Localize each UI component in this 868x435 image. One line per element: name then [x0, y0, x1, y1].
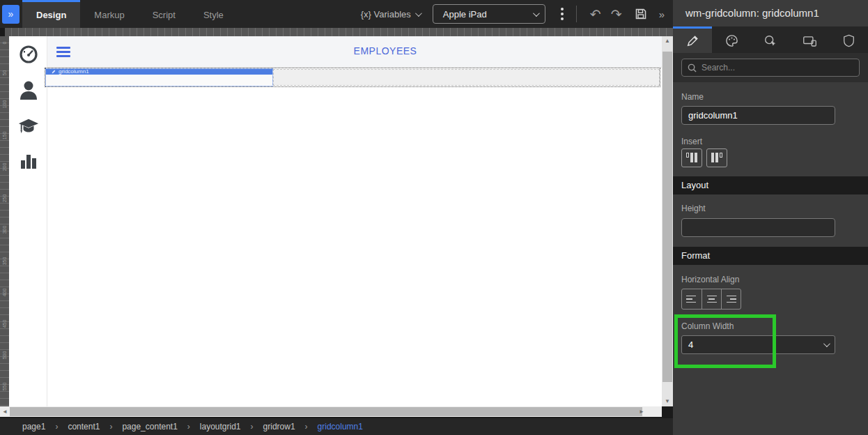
app-left-nav	[9, 36, 47, 406]
chevron-down-icon	[533, 10, 540, 17]
properties-panel: wm-gridcolumn: gridcolumn1 Search... Nam…	[673, 0, 868, 435]
insert-column-before-icon	[686, 153, 689, 158]
page-title: EMPLOYEES	[354, 45, 417, 56]
panel-search-band: Search...	[673, 53, 868, 82]
selected-widget-label: gridcolumn1	[59, 69, 89, 75]
redo-icon[interactable]: ↷	[611, 8, 622, 21]
breadcrumb-separator: ›	[251, 422, 254, 432]
breadcrumb-separator: ›	[109, 422, 112, 432]
tab-style[interactable]: Style	[189, 0, 238, 28]
hamburger-menu-icon[interactable]	[56, 47, 70, 57]
tab-properties-pencil-icon[interactable]	[673, 26, 712, 53]
ruler-label: 200	[2, 161, 7, 174]
breadcrumb-separator: ›	[55, 422, 58, 432]
undo-icon[interactable]: ↶	[590, 8, 601, 21]
format-section-header: Format	[673, 247, 868, 265]
align-left-button[interactable]	[682, 289, 702, 309]
column-width-select[interactable]: 4	[681, 335, 835, 354]
ruler-label: 100	[2, 98, 7, 111]
layoutgrid-row-widget[interactable]: gridcolumn1	[45, 68, 660, 87]
more-options-icon[interactable]	[557, 5, 568, 23]
insert-column-after-button[interactable]	[706, 148, 727, 167]
tab-design[interactable]: Design	[22, 0, 80, 28]
scroll-up-icon[interactable]: ▲	[662, 36, 673, 46]
save-icon[interactable]	[634, 7, 648, 21]
chevron-down-icon	[823, 340, 830, 347]
ruler-label: 50	[2, 67, 7, 79]
breadcrumb-gridcolumn1[interactable]: gridcolumn1	[318, 422, 363, 432]
edit-pencil-icon	[52, 70, 56, 74]
app-header: EMPLOYEES	[47, 36, 662, 68]
ruler-label: 450	[2, 318, 7, 330]
breadcrumb-page-content1[interactable]: page_content1	[122, 422, 177, 432]
design-canvas: 0 50 100 150 200 250 300 350 400 450 500…	[0, 28, 673, 418]
panel-title: wm-gridcolumn: gridcolumn1	[673, 0, 868, 26]
vertical-scrollbar[interactable]: ▲ ▼	[662, 36, 673, 406]
ruler-label: 0	[2, 37, 7, 49]
breadcrumb-separator: ›	[305, 422, 308, 432]
align-center-button[interactable]	[702, 289, 721, 309]
dashboard-gauge-icon[interactable]	[18, 44, 39, 65]
vertical-ruler: 0 50 100 150 200 250 300 350 400 450 500…	[0, 36, 9, 406]
employees-person-icon[interactable]	[18, 79, 39, 100]
insert-buttons	[681, 148, 727, 167]
height-label: Height	[681, 204, 706, 213]
ruler-label: 500	[2, 349, 7, 362]
horizontal-scrollbar[interactable]: ◄ ►	[0, 406, 662, 417]
insert-column-after-icon	[720, 153, 722, 158]
variables-menu[interactable]: {x} Variables	[361, 9, 420, 20]
scroll-right-icon[interactable]: ►	[637, 406, 646, 417]
horizontal-align-label: Horizontal Align	[681, 275, 739, 284]
breadcrumb-separator: ›	[187, 422, 190, 432]
layout-section-header: Layout	[673, 176, 868, 194]
tab-security-shield-icon[interactable]	[829, 26, 868, 53]
gridcolumn2-widget[interactable]	[273, 69, 660, 86]
sidebar-expand-button[interactable]: »	[2, 5, 20, 24]
widget-breadcrumb: page1 › content1 › page_content1 › layou…	[0, 418, 673, 435]
column-width-label: Column Width	[681, 321, 734, 331]
insert-column-before-button[interactable]	[681, 148, 702, 167]
breadcrumb-layoutgrid1[interactable]: layoutgrid1	[200, 422, 241, 432]
breadcrumb-content1[interactable]: content1	[68, 422, 100, 432]
name-label: Name	[681, 92, 704, 102]
mode-tabs: Design Markup Script Style	[22, 0, 238, 28]
tab-styles-palette-icon[interactable]	[712, 26, 751, 53]
ruler-label: 350	[2, 255, 7, 268]
ruler-label: 400	[2, 287, 7, 299]
ruler-label: 300	[2, 224, 7, 236]
variables-label: {x} Variables	[361, 9, 411, 20]
tab-events-inspect-icon[interactable]	[751, 26, 790, 53]
device-selected-value: Apple iPad	[443, 9, 487, 20]
breadcrumb-page1[interactable]: page1	[22, 422, 45, 432]
insert-label: Insert	[681, 137, 702, 146]
top-toolbar: » Design Markup Script Style {x} Variabl…	[0, 0, 673, 28]
scroll-down-icon[interactable]: ▼	[662, 397, 673, 406]
ruler-label: 550	[2, 381, 7, 393]
search-icon	[688, 63, 697, 72]
chevron-down-icon	[415, 10, 422, 17]
horizontal-scroll-thumb[interactable]	[10, 407, 642, 416]
search-input[interactable]: Search...	[681, 59, 860, 77]
education-cap-icon[interactable]	[18, 116, 39, 137]
toolbar-divider	[576, 6, 577, 22]
search-placeholder: Search...	[702, 63, 735, 72]
ruler-label: 250	[2, 192, 7, 205]
toolbar-right-group: {x} Variables Apple iPad ↶ ↷ »	[361, 4, 673, 24]
vertical-scroll-thumb[interactable]	[662, 52, 672, 382]
gridcolumn1-widget-selected[interactable]: gridcolumn1	[45, 68, 273, 86]
tab-markup[interactable]: Markup	[80, 0, 138, 28]
reports-barchart-icon[interactable]	[18, 151, 39, 171]
breadcrumb-gridrow1[interactable]: gridrow1	[263, 422, 295, 432]
selected-widget-tag: gridcolumn1	[46, 69, 272, 75]
height-field[interactable]	[681, 218, 835, 237]
name-field[interactable]: gridcolumn1	[681, 106, 835, 125]
toolbar-overflow-icon[interactable]: »	[659, 8, 665, 20]
device-selector[interactable]: Apple iPad	[433, 4, 545, 24]
horizontal-ruler	[5, 28, 673, 36]
column-width-value: 4	[688, 336, 693, 353]
align-right-button[interactable]	[721, 289, 741, 309]
tab-script[interactable]: Script	[139, 0, 189, 28]
tab-devices-icon[interactable]	[790, 26, 829, 53]
scroll-left-icon[interactable]: ◄	[0, 406, 10, 417]
panel-tab-bar	[673, 26, 868, 53]
